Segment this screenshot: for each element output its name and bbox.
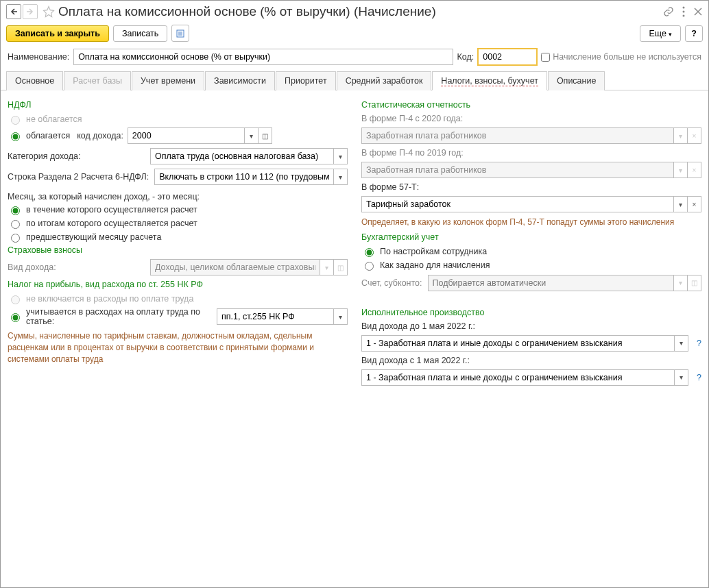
stat-note: Определяет, в какую из колонок форм П-4,… [361,217,701,228]
subk-open: ◫ [688,275,701,291]
ndfl-title: НДФЛ [8,100,348,110]
svg-point-2 [683,7,685,9]
p4-2019-select [361,162,674,178]
tab-deps[interactable]: Зависимости [205,71,275,90]
taxed-radio[interactable]: облагается код дохода: ▾ ◫ [8,127,348,144]
tab-time[interactable]: Учет времени [132,71,204,90]
inc-before-select[interactable] [361,335,675,352]
list-icon-button[interactable] [171,25,189,42]
acc-custom-radio[interactable]: Как задано для начисления [361,260,701,271]
expense-article-select[interactable] [217,308,334,325]
inc-after-label: Вид дохода с 1 мая 2022 г.: [361,356,701,365]
income-type-dropdown: ▾ [320,259,334,275]
help-button[interactable]: ? [685,25,703,42]
save-button[interactable]: Записать [113,25,167,42]
close-icon[interactable] [693,7,703,16]
more-label: Еще [649,29,666,38]
month-label: Месяц, за который начислен доход, - это … [8,192,348,201]
code-label: Код: [457,52,474,62]
p4-2020-clear: × [688,127,701,144]
p4-2019-clear: × [688,162,701,178]
acc-title: Бухгалтерский учет [361,232,701,242]
inc-before-dropdown[interactable]: ▾ [675,335,688,352]
tabs: Основное Расчет базы Учет времени Зависи… [1,71,708,90]
not-used-check[interactable] [541,53,550,62]
not-used-label: Начисление больше не используется [553,52,701,62]
p4-2020-dropdown: ▾ [674,127,688,144]
acc-emp-radio[interactable]: По настройкам сотрудника [361,246,701,257]
subk-input [428,275,675,291]
profit-tax-title: Налог на прибыль, вид расхода по ст. 255… [8,280,348,289]
subk-dropdown: ▾ [674,275,688,291]
income-code-dropdown[interactable]: ▾ [245,127,259,144]
save-close-button[interactable]: Записать и закрыть [6,25,109,42]
income-cat-dropdown[interactable]: ▾ [334,148,348,164]
tab-desc[interactable]: Описание [548,71,605,90]
month1-radio[interactable]: в течение которого осуществляется расчет [8,204,348,215]
svg-point-4 [683,15,685,17]
link-icon[interactable] [663,6,674,17]
no-expense-radio[interactable]: не включается в расходы по оплате труда [8,293,348,304]
forward-button [23,4,38,19]
subk-label: Счет, субконто: [361,278,422,288]
income-type-label: Вид дохода: [8,262,145,272]
tab-taxes[interactable]: Налоги, взносы, бухучет [432,71,547,90]
line6-select[interactable] [154,169,334,185]
more-button[interactable]: Еще ▾ [640,25,681,42]
name-input[interactable] [73,49,453,65]
p4-2019-label: В форме П-4 по 2019 год: [361,148,701,158]
exec-title: Исполнительное производство [361,308,701,317]
income-code-open[interactable]: ◫ [259,127,272,144]
inc-after-select[interactable] [361,369,675,386]
income-type-select [150,259,320,275]
favorite-icon[interactable] [42,5,56,19]
f57-label: В форме 57-Т: [361,182,701,192]
inc-after-help[interactable]: ? [697,373,701,382]
f57-dropdown[interactable]: ▾ [674,196,688,212]
window-title: Оплата на комиссионной основе (% от выру… [58,4,663,19]
expense-note: Суммы, начисленные по тарифным ставкам, … [8,330,348,365]
tab-priority[interactable]: Приоритет [276,71,336,90]
line6-label: Строка Раздела 2 Расчета 6-НДФЛ: [8,172,149,182]
income-cat-select[interactable] [150,148,334,164]
tab-avg[interactable]: Средний заработок [337,71,432,90]
income-type-open: ◫ [334,259,348,275]
income-code-input[interactable] [128,127,245,144]
line6-dropdown[interactable]: ▾ [334,169,348,185]
not-taxed-radio[interactable]: не облагается [8,114,348,125]
name-label: Наименование: [8,52,69,62]
in-expense-radio[interactable]: учитывается в расходах на оплату труда п… [8,307,348,326]
tab-base[interactable]: Расчет базы [64,71,131,90]
p4-2020-label: В форме П-4 с 2020 года: [361,114,701,123]
stat-title: Статистическая отчетность [361,100,701,110]
p4-2019-dropdown: ▾ [674,162,688,178]
inc-before-label: Вид дохода до 1 мая 2022 г.: [361,321,701,331]
tab-main[interactable]: Основное [6,71,63,90]
back-button[interactable] [6,4,21,19]
inc-after-dropdown[interactable]: ▾ [675,369,688,386]
not-used-checkbox[interactable]: Начисление больше не используется [541,52,701,62]
f57-select[interactable] [361,196,674,212]
month2-radio[interactable]: по итогам которого осуществляется расчет [8,218,348,229]
f57-clear[interactable]: × [688,196,701,212]
month3-radio[interactable]: предшествующий месяцу расчета [8,232,348,243]
inc-before-help[interactable]: ? [697,339,701,348]
p4-2020-select [361,127,674,144]
more-vert-icon[interactable] [682,6,685,17]
income-cat-label: Категория дохода: [8,151,145,161]
insurance-title: Страховые взносы [8,245,348,255]
expense-article-dropdown[interactable]: ▾ [334,308,348,325]
svg-point-3 [683,11,685,13]
code-input[interactable] [478,49,537,65]
